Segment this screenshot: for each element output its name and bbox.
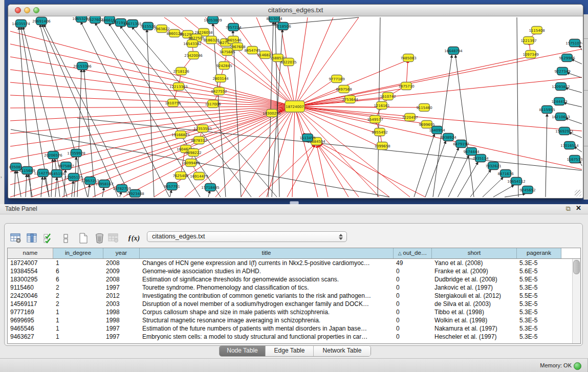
close-window-button[interactable] (15, 7, 21, 13)
combobox-stepper-icon[interactable] (339, 233, 343, 240)
graph-node[interactable]: 8471676 (497, 170, 514, 178)
graph-node[interactable]: 1167533 (567, 156, 582, 163)
column-header[interactable]: short (432, 248, 517, 258)
graph-node[interactable]: 9245652 (519, 186, 535, 194)
graph-node[interactable]: 7857224 (225, 24, 242, 31)
graph-node[interactable]: 14035574 (12, 20, 30, 28)
graph-node[interactable]: 8115955 (539, 106, 555, 114)
column-header[interactable]: year (103, 248, 140, 258)
table-row[interactable]: 1456911722003Disruption of a novel membe… (8, 300, 580, 308)
graph-node[interactable]: 20153346 (73, 62, 92, 70)
graph-node[interactable]: 16099489 (182, 159, 200, 167)
graph-node[interactable]: 1810755 (165, 99, 181, 107)
table-row[interactable]: 946362711997Embryonic stem cells: a mode… (8, 333, 580, 341)
table-source-combobox[interactable]: citations_edges.txt (147, 231, 347, 242)
scrollbar-thumb[interactable] (573, 260, 580, 274)
graph-node[interactable]: 1221397 (520, 37, 536, 45)
graph-node[interactable]: 23420046 (184, 52, 203, 59)
graph-node[interactable]: 7485083 (400, 54, 416, 62)
table-row[interactable]: 977716911998Corpus callosum shape and si… (8, 308, 580, 316)
graph-node[interactable]: 8186328 (203, 36, 219, 44)
column-header[interactable]: title (140, 248, 394, 258)
graph-node[interactable]: 1115408 (529, 27, 545, 34)
table-cell: 0 (394, 333, 432, 341)
table-row[interactable]: 2242004622012Investigating the contribut… (8, 292, 580, 300)
create-column-button[interactable] (76, 231, 90, 245)
graph-node[interactable]: 1099658 (374, 142, 390, 150)
table-row[interactable]: 969969511998Structural magnetic resonanc… (8, 316, 580, 324)
graph-node[interactable]: 9975887 (58, 162, 74, 170)
graph-node[interactable]: 12353593 (193, 125, 212, 133)
graph-node[interactable]: 2718126 (173, 68, 189, 75)
graph-node[interactable]: 6497568 (336, 85, 352, 93)
table-cell: 2 (53, 283, 103, 292)
graph-node[interactable]: 15692971 (555, 127, 574, 135)
graph-node[interactable]: 16053809 (204, 16, 222, 24)
graph-node[interactable]: 12923448 (126, 190, 144, 198)
tab-network-table[interactable]: Network Table (314, 346, 371, 356)
table-cell: Yano et al. (2008) (432, 259, 517, 267)
column-header[interactable]: in_degree (53, 248, 103, 258)
graph-node[interactable]: 15718485 (201, 184, 220, 191)
row-options-button[interactable] (59, 231, 73, 245)
delete-column-button[interactable] (93, 231, 106, 245)
graph-node[interactable]: 9227349 (554, 68, 570, 75)
table-row[interactable]: 946554611997Estimation of the future num… (8, 324, 580, 333)
table-cell: 5.3E-5 (517, 316, 561, 324)
graph-node[interactable]: 9218506 (275, 23, 291, 30)
svg-text:6497568: 6497568 (336, 87, 352, 92)
graph-node[interactable]: 7220497 (402, 114, 418, 121)
graph-node[interactable]: 17359928 (67, 149, 85, 157)
panel-expand-arrow-icon[interactable]: › (1, 175, 2, 180)
graph-node[interactable]: 16210643 (552, 113, 570, 121)
network-graph[interactable]: 1872400718300295796382288601288912954282… (9, 16, 582, 198)
maximize-window-button[interactable] (33, 7, 39, 13)
select-columns-button[interactable] (25, 231, 39, 245)
tab-node-table[interactable]: Node Table (220, 346, 266, 356)
graph-node[interactable]: 12093822 (552, 83, 570, 91)
network-canvas[interactable]: 1872400718300295796382288601288912954282… (9, 16, 582, 198)
table-row[interactable]: 1872400712008Changes of HCN gene express… (8, 259, 580, 267)
column-header[interactable]: name (8, 248, 53, 258)
table-row[interactable]: 1938455462009Genome-wide association stu… (8, 267, 580, 275)
graph-node[interactable]: 1244413 (551, 98, 567, 105)
select-all-button[interactable] (41, 231, 55, 245)
memory-status-indicator[interactable] (574, 362, 581, 370)
graph-node[interactable]: 9115460 (416, 104, 432, 112)
graph-node[interactable]: 2803144 (212, 75, 229, 82)
float-panel-icon[interactable]: ⧉ (566, 205, 571, 213)
table-settings-button[interactable] (9, 231, 23, 245)
graph-node[interactable]: 15751074 (565, 39, 582, 47)
svg-text:8878312: 8878312 (191, 139, 207, 143)
graph-node[interactable]: 20691406 (32, 17, 51, 25)
graph-node[interactable]: 1216161 (374, 102, 389, 110)
graph-node[interactable]: 7832621 (485, 162, 501, 170)
table-row[interactable]: 911546021997Tourette syndrome. Phenomeno… (8, 283, 580, 292)
graph-node[interactable]: 19166825 (171, 131, 190, 139)
column-header[interactable]: △out_de… (394, 248, 432, 258)
window-resize-grip[interactable] (575, 190, 581, 196)
graph-node[interactable]: 1097349 (522, 51, 538, 58)
tab-edge-table[interactable]: Edge Table (266, 346, 314, 356)
left-collapsed-panel[interactable]: › (0, 0, 5, 204)
graph-node[interactable]: 12505135 (64, 173, 83, 181)
close-panel-icon[interactable]: ✕ (576, 204, 581, 212)
graph-node[interactable]: 8955492 (372, 128, 387, 136)
graph-node[interactable]: 7625402 (172, 172, 188, 180)
window-titlebar[interactable]: citations_edges.txt (8, 5, 583, 16)
graph-node[interactable]: 9242845 (216, 62, 232, 70)
graph-node[interactable]: 1549577 (367, 116, 383, 123)
function-builder-button[interactable]: ƒ(x) (127, 231, 141, 245)
table-scrollbar[interactable] (572, 259, 580, 343)
graph-node[interactable]: 10654112 (507, 178, 526, 185)
graph-node[interactable]: 8938924 (440, 134, 456, 141)
column-header[interactable]: pagerank (517, 248, 561, 258)
graph-node[interactable]: 9129966 (559, 54, 575, 62)
minimize-window-button[interactable] (24, 7, 30, 13)
graph-node[interactable]: 16648794 (444, 47, 463, 55)
graph-node[interactable]: 1527602 (87, 16, 103, 24)
table-row[interactable]: 1830029562008Estimation of significance … (8, 275, 580, 283)
svg-text:20691406: 20691406 (32, 19, 51, 24)
table-cell: 5.3E-5 (517, 283, 561, 292)
graph-node[interactable]: 18724007 (285, 101, 304, 112)
